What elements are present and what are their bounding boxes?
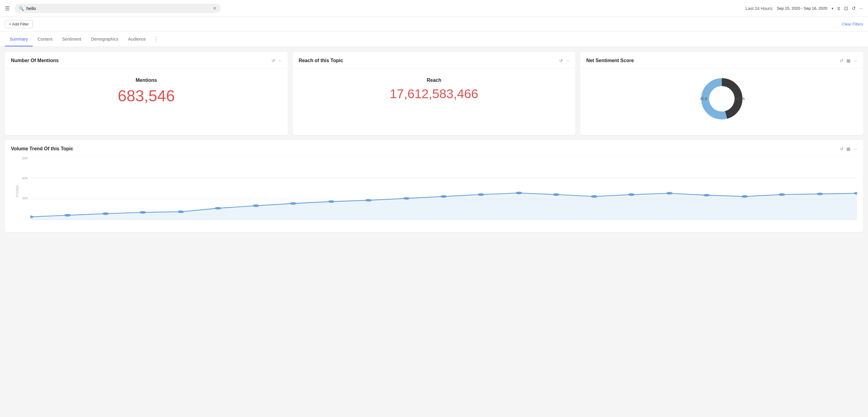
- filter-icon[interactable]: ⧖: [837, 6, 840, 11]
- sentiment-card: Net Sentiment Score ↺ ▦ ···: [580, 52, 863, 135]
- trend-card-actions: ↺ ▦ ···: [840, 147, 857, 151]
- donut-hole: [710, 87, 734, 111]
- tab-summary[interactable]: Summary: [5, 32, 33, 46]
- mentions-metric: Mentions 683,546: [11, 68, 282, 114]
- main-content: Number Of Mentions ↺ ··· Mentions 683,54…: [0, 47, 868, 417]
- y-label-50k: 50K: [22, 156, 28, 160]
- sentiment-bar-icon[interactable]: ▦: [846, 58, 850, 63]
- point-4: [178, 211, 184, 213]
- search-icon: 🔍: [19, 6, 24, 11]
- date-label: Last 24 Hours:: [745, 6, 773, 11]
- trend-card: Volume Trend Of this Topic ↺ ▦ ··· ITION…: [5, 140, 863, 232]
- more-options-icon[interactable]: ···: [859, 6, 863, 11]
- point-9: [365, 199, 372, 201]
- point-2: [102, 213, 109, 215]
- reach-card-title: Reach of this Topic: [299, 58, 343, 63]
- mentions-card-header: Number Of Mentions ↺ ···: [11, 58, 282, 63]
- donut-light-label: 54.2%: [735, 97, 745, 101]
- donut-dark-label: 45.8: [700, 97, 707, 101]
- mentions-card: Number Of Mentions ↺ ··· Mentions 683,54…: [5, 52, 288, 135]
- point-20: [778, 193, 785, 196]
- chart-area: [30, 156, 857, 220]
- search-bar: 🔍 ✕: [14, 4, 221, 13]
- point-12: [478, 193, 484, 196]
- sentiment-refresh-icon[interactable]: ↺: [840, 58, 843, 63]
- point-10: [403, 197, 410, 199]
- mentions-value: 683,546: [118, 87, 175, 105]
- header: ☰ 🔍 ✕ Last 24 Hours: Sep 15, 2020 - Sep …: [0, 0, 868, 17]
- point-21: [816, 193, 823, 195]
- reach-label: Reach: [427, 77, 441, 83]
- reach-more-icon[interactable]: ···: [566, 58, 569, 63]
- donut-chart: 45.8 54.2%: [698, 74, 746, 123]
- tab-content[interactable]: Content: [33, 32, 57, 46]
- y-label-40k: 40K: [22, 177, 28, 180]
- date-range[interactable]: Sep 15, 2020 - Sep 16, 2020: [777, 6, 827, 10]
- tabs-more-icon[interactable]: ⋮: [151, 32, 161, 47]
- search-input[interactable]: [26, 6, 210, 11]
- point-8: [328, 200, 335, 203]
- point-17: [666, 192, 673, 195]
- point-1: [64, 214, 71, 216]
- point-15: [591, 195, 597, 198]
- hamburger-icon[interactable]: ☰: [5, 5, 10, 12]
- point-5: [215, 207, 221, 210]
- point-13: [516, 192, 522, 194]
- sentiment-donut-area: 45.8 54.2%: [586, 68, 857, 129]
- reach-value: 17,612,583,466: [390, 87, 478, 101]
- tabs: Summary Content Sentiment Demographics A…: [0, 32, 868, 47]
- reach-card: Reach of this Topic ↺ ··· Reach 17,612,5…: [293, 52, 576, 135]
- mentions-card-actions: ↺ ···: [272, 58, 282, 63]
- refresh-icon[interactable]: ↺: [851, 5, 856, 11]
- y-axis-labels: 50K 40K 30K .: [17, 156, 28, 220]
- point-6: [253, 204, 259, 207]
- point-14: [553, 193, 560, 196]
- point-18: [703, 194, 710, 196]
- trend-bar-icon[interactable]: ▦: [846, 147, 850, 151]
- reach-card-actions: ↺ ···: [559, 58, 569, 63]
- reach-metric: Reach 17,612,583,466: [299, 68, 569, 110]
- trend-svg: [30, 156, 857, 220]
- mentions-more-icon[interactable]: ···: [278, 58, 282, 63]
- sentiment-card-title: Net Sentiment Score: [586, 58, 633, 63]
- sentiment-card-header: Net Sentiment Score ↺ ▦ ···: [586, 58, 857, 63]
- trend-refresh-icon[interactable]: ↺: [840, 147, 843, 151]
- point-7: [290, 202, 297, 204]
- trend-header: Volume Trend Of this Topic ↺ ▦ ···: [11, 146, 857, 152]
- tab-sentiment[interactable]: Sentiment: [57, 32, 86, 46]
- filter-bar: + Add Filter Clear Filters: [0, 17, 868, 32]
- reach-card-header: Reach of this Topic ↺ ···: [299, 58, 569, 63]
- search-clear-icon[interactable]: ✕: [213, 5, 217, 11]
- header-right: Last 24 Hours: Sep 15, 2020 - Sep 16, 20…: [745, 5, 863, 11]
- mentions-label: Mentions: [135, 77, 157, 83]
- trend-title: Volume Trend Of this Topic: [11, 146, 73, 152]
- add-filter-button[interactable]: + Add Filter: [5, 20, 33, 28]
- sentiment-card-actions: ↺ ▦ ···: [840, 58, 857, 63]
- point-3: [140, 211, 146, 214]
- y-label-spacer: .: [27, 216, 28, 220]
- cards-row: Number Of Mentions ↺ ··· Mentions 683,54…: [5, 52, 863, 135]
- clear-filters-button[interactable]: Clear Filters: [842, 22, 863, 26]
- sentiment-more-icon[interactable]: ···: [854, 58, 857, 63]
- trend-more-icon[interactable]: ···: [854, 147, 857, 151]
- save-icon[interactable]: ⊡: [844, 5, 848, 11]
- mentions-card-title: Number Of Mentions: [11, 58, 59, 63]
- trend-chart-container: ITIONS 50K 40K 30K .: [11, 156, 857, 226]
- point-16: [628, 193, 635, 196]
- mentions-refresh-icon[interactable]: ↺: [272, 58, 275, 63]
- tab-demographics[interactable]: Demographics: [86, 32, 123, 46]
- tab-audience[interactable]: Audience: [123, 32, 150, 46]
- reach-refresh-icon[interactable]: ↺: [559, 58, 563, 63]
- y-label-30k: 30K: [22, 196, 28, 200]
- point-19: [741, 195, 748, 198]
- chevron-icon[interactable]: ▾: [832, 6, 833, 10]
- point-11: [440, 195, 447, 198]
